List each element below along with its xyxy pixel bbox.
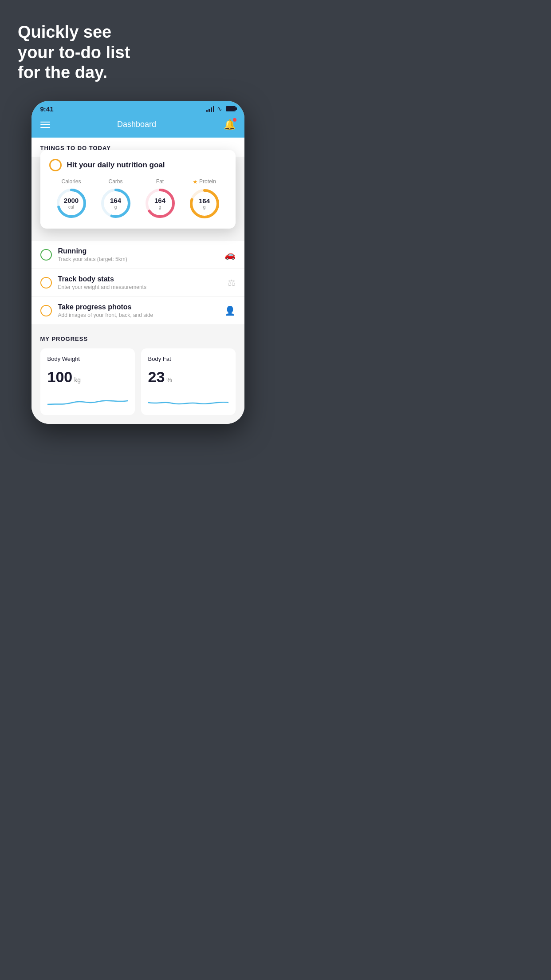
todo-item-running[interactable]: Running Track your stats (target: 5km) 🚗 xyxy=(31,241,244,269)
todo-title-running: Running xyxy=(58,247,218,255)
nav-bar: Dashboard 🔔 xyxy=(31,115,244,138)
nutrition-circles-container: Calories 2000 cal xyxy=(49,178,227,220)
body-weight-card: Body Weight 100 kg xyxy=(40,348,135,415)
fat-ring: 164 g xyxy=(144,187,176,219)
body-fat-chart xyxy=(148,392,228,408)
status-bar: 9:41 ∿ xyxy=(31,101,244,115)
calories-label: Calories xyxy=(61,178,81,185)
todo-circle-body-stats xyxy=(40,277,52,288)
signal-bars-icon xyxy=(206,106,214,112)
todo-title-body-stats: Track body stats xyxy=(58,275,221,283)
carbs-label: Carbs xyxy=(108,178,122,185)
body-weight-unit: kg xyxy=(74,376,81,383)
body-weight-chart xyxy=(47,392,128,408)
protein-star-icon: ★ xyxy=(193,178,198,185)
todo-circle-running xyxy=(40,249,52,261)
todo-text-running: Running Track your stats (target: 5km) xyxy=(58,247,218,262)
nutrition-protein: ★ Protein 164 g xyxy=(189,178,220,220)
status-time: 9:41 xyxy=(40,105,54,113)
body-fat-card: Body Fat 23 % xyxy=(141,348,236,415)
hero-section: Quickly see your to-do list for the day. xyxy=(0,0,276,96)
scale-icon: ⚖ xyxy=(228,277,236,288)
main-content: THINGS TO DO TODAY Hit your daily nutrit… xyxy=(31,138,244,424)
phone-mockup: 9:41 ∿ Dashboard 🔔 xyxy=(31,101,244,424)
body-weight-value: 100 xyxy=(47,368,73,386)
protein-ring: 164 g xyxy=(189,188,220,220)
protein-label: ★ Protein xyxy=(193,178,216,185)
calories-value: 2000 xyxy=(64,198,79,205)
fat-unit: g xyxy=(154,205,165,209)
body-fat-value: 23 xyxy=(148,368,165,386)
body-fat-unit: % xyxy=(166,376,172,383)
todo-circle-progress-photos xyxy=(40,305,52,316)
wifi-icon: ∿ xyxy=(217,105,222,112)
nutrition-card-title: Hit your daily nutrition goal xyxy=(67,161,165,170)
carbs-unit: g xyxy=(110,205,121,209)
calories-unit: cal xyxy=(64,205,79,209)
nutrition-carbs: Carbs 164 g xyxy=(100,178,132,219)
battery-icon xyxy=(226,106,236,111)
progress-heading: MY PROGRESS xyxy=(40,336,236,342)
todo-item-progress-photos[interactable]: Take progress photos Add images of your … xyxy=(31,297,244,325)
todo-list: Running Track your stats (target: 5km) 🚗… xyxy=(31,241,244,325)
body-fat-value-row: 23 % xyxy=(148,368,228,386)
hero-title: Quickly see your to-do list for the day. xyxy=(18,22,258,83)
nav-title: Dashboard xyxy=(117,120,156,129)
notification-bell-button[interactable]: 🔔 xyxy=(224,119,236,130)
todo-subtitle-progress-photos: Add images of your front, back, and side xyxy=(58,312,218,318)
carbs-ring: 164 g xyxy=(100,187,132,219)
menu-button[interactable] xyxy=(40,122,50,128)
calories-text: 2000 cal xyxy=(64,198,79,210)
fat-label: Fat xyxy=(156,178,164,185)
protein-value: 164 xyxy=(199,198,210,205)
todo-text-progress-photos: Take progress photos Add images of your … xyxy=(58,303,218,318)
notification-dot xyxy=(233,118,236,122)
body-weight-title: Body Weight xyxy=(47,356,128,362)
running-icon: 🚗 xyxy=(224,249,236,260)
protein-text: 164 g xyxy=(199,198,210,210)
todo-text-body-stats: Track body stats Enter your weight and m… xyxy=(58,275,221,290)
nutrition-card-title-row: Hit your daily nutrition goal xyxy=(49,159,227,171)
protein-unit: g xyxy=(199,205,210,210)
progress-section: MY PROGRESS Body Weight 100 kg xyxy=(31,325,244,424)
nutrition-card: Hit your daily nutrition goal Calories 2 xyxy=(40,150,236,229)
todo-title-progress-photos: Take progress photos xyxy=(58,303,218,311)
fat-value: 164 xyxy=(154,198,165,205)
progress-cards-container: Body Weight 100 kg Body Fat xyxy=(40,348,236,415)
phone-frame: 9:41 ∿ Dashboard 🔔 xyxy=(31,101,244,424)
nutrition-circle-check xyxy=(49,159,62,171)
nutrition-fat: Fat 164 g xyxy=(144,178,176,219)
todo-subtitle-body-stats: Enter your weight and measurements xyxy=(58,284,221,290)
carbs-text: 164 g xyxy=(110,198,121,210)
calories-ring: 2000 cal xyxy=(55,187,87,219)
todo-item-body-stats[interactable]: Track body stats Enter your weight and m… xyxy=(31,269,244,297)
body-weight-value-row: 100 kg xyxy=(47,368,128,386)
nutrition-calories: Calories 2000 cal xyxy=(55,178,87,219)
carbs-value: 164 xyxy=(110,198,121,205)
status-icons: ∿ xyxy=(206,105,236,112)
person-icon: 👤 xyxy=(224,305,236,316)
fat-text: 164 g xyxy=(154,198,165,210)
body-fat-title: Body Fat xyxy=(148,356,228,362)
todo-subtitle-running: Track your stats (target: 5km) xyxy=(58,256,218,262)
